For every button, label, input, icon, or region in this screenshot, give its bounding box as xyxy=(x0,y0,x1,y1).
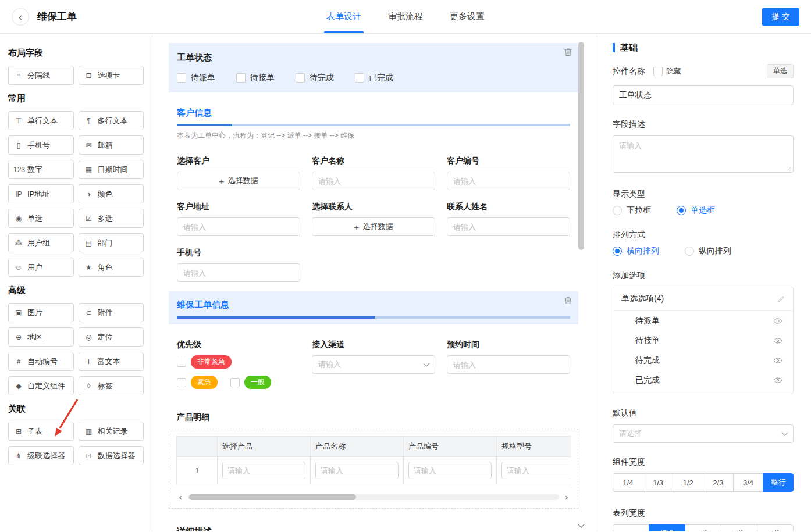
detail-desc-field[interactable]: 详细描述 xyxy=(177,526,570,531)
palette-item[interactable]: ⊡ 数据选择器 xyxy=(79,446,144,465)
option-row[interactable]: 已完成 xyxy=(613,370,793,390)
contact-name-input[interactable] xyxy=(447,217,570,236)
palette-item[interactable]: ¶ 多行文本 xyxy=(79,111,144,130)
cell-input[interactable] xyxy=(222,462,305,479)
palette-item[interactable]: ☺ 用户 xyxy=(8,258,74,277)
palette-item[interactable]: ⊂ 附件 xyxy=(79,303,144,322)
column-width-option-button[interactable]: 4倍 xyxy=(757,524,794,531)
channel-field[interactable]: 接入渠道 请输入 xyxy=(312,340,435,396)
palette-item[interactable]: ⁂ 用户组 xyxy=(8,233,74,252)
priority-field[interactable]: 优先级 非常紧急 紧急 xyxy=(177,340,300,396)
priority-checkbox-option[interactable]: 一般 xyxy=(230,376,271,389)
checkbox[interactable] xyxy=(177,378,186,387)
palette-item[interactable]: ≡ 分隔线 xyxy=(8,66,74,85)
status-checkbox-option[interactable]: 待完成 xyxy=(296,73,334,83)
width-option-button[interactable]: 1/2 xyxy=(673,473,703,492)
product-subform-field[interactable]: 产品明细 选择产品 产品名称 产品编号 xyxy=(177,412,570,509)
eye-icon[interactable] xyxy=(773,358,782,363)
select-customer-field[interactable]: 选择客户 + 选择数据 xyxy=(177,156,300,190)
select-data-button[interactable]: + 选择数据 xyxy=(312,217,435,236)
hide-checkbox-option[interactable]: 隐藏 xyxy=(653,66,681,77)
contact-name-field[interactable]: 联系人姓名 xyxy=(447,202,570,236)
palette-item[interactable]: ▤ 部门 xyxy=(79,233,144,252)
field-desc-textarea[interactable] xyxy=(613,135,794,173)
vertical-scrollbar[interactable] xyxy=(578,42,584,527)
status-checkbox-option[interactable]: 已完成 xyxy=(355,73,393,83)
status-field-block[interactable]: 工单状态 待派单 待接单 xyxy=(169,43,578,92)
submit-button[interactable]: 提 交 xyxy=(762,8,799,26)
scroll-right-icon[interactable]: › xyxy=(563,492,571,501)
checkbox[interactable] xyxy=(355,73,364,83)
edit-icon[interactable] xyxy=(777,295,785,303)
option-row[interactable]: 待接单 xyxy=(613,331,793,351)
header-tab[interactable]: 表单设计 xyxy=(326,0,361,33)
palette-item[interactable]: ★ 角色 xyxy=(79,258,144,277)
cell-input[interactable] xyxy=(408,462,492,479)
palette-item[interactable]: ⊞ 子表 xyxy=(8,422,74,441)
palette-item[interactable]: ◊ 标签 xyxy=(79,376,144,395)
width-option-button[interactable]: 整行 xyxy=(763,473,794,492)
customer-no-field[interactable]: 客户编号 xyxy=(447,156,570,190)
palette-item[interactable]: ◑ 颜色 xyxy=(79,184,144,203)
checkbox[interactable] xyxy=(236,73,246,83)
palette-item[interactable]: ◎ 定位 xyxy=(79,327,144,347)
palette-item[interactable]: ▯ 手机号 xyxy=(8,135,74,155)
radio[interactable] xyxy=(685,247,694,256)
column-width-option-button[interactable]: 1/2 xyxy=(613,524,649,531)
checkbox[interactable] xyxy=(177,358,186,367)
palette-item[interactable]: ▥ 相关记录 xyxy=(79,422,144,441)
priority-checkbox-option[interactable]: 非常紧急 xyxy=(177,355,232,369)
palette-item[interactable]: ⊟ 选项卡 xyxy=(79,66,144,85)
radio[interactable] xyxy=(677,206,686,215)
appointment-field[interactable]: 预约时间 xyxy=(447,340,570,396)
scroll-down-icon[interactable] xyxy=(578,521,584,527)
status-checkbox-option[interactable]: 待派单 xyxy=(177,73,215,83)
radio[interactable] xyxy=(613,247,622,256)
customer-info-divider[interactable]: 客户信息 本表为工单中心，流程为：登记 --> 派单 --> 接单 --> 维保 xyxy=(177,108,570,141)
select-contact-field[interactable]: 选择联系人 + 选择数据 xyxy=(312,202,435,236)
option-row[interactable]: 待完成 xyxy=(613,351,793,370)
palette-item[interactable]: ⊤ 单行文本 xyxy=(8,111,74,130)
palette-item[interactable]: 123 数字 xyxy=(8,160,74,179)
delete-icon[interactable] xyxy=(564,48,572,56)
cell-input[interactable] xyxy=(315,462,399,479)
customer-name-field[interactable]: 客户名称 xyxy=(312,156,435,190)
status-checkbox-option[interactable]: 待接单 xyxy=(236,73,275,83)
appointment-input[interactable] xyxy=(447,355,570,374)
phone-input[interactable] xyxy=(177,263,300,282)
scroll-left-icon[interactable]: ‹ xyxy=(176,492,184,501)
checkbox[interactable] xyxy=(296,73,305,83)
width-option-button[interactable]: 1/3 xyxy=(643,473,674,492)
customer-name-input[interactable] xyxy=(312,172,435,190)
palette-item[interactable]: T 富文本 xyxy=(79,352,144,371)
display-type-radio-option[interactable]: 下拉框 xyxy=(613,205,651,216)
channel-select[interactable]: 请输入 xyxy=(312,355,435,374)
scrollbar-thumb[interactable] xyxy=(189,494,356,500)
display-type-radio-option[interactable]: 单选框 xyxy=(677,205,715,216)
palette-item[interactable]: ◉ 单选 xyxy=(8,209,74,228)
arrangement-radio-option[interactable]: 纵向排列 xyxy=(685,246,731,256)
palette-item[interactable]: # 自动编号 xyxy=(8,352,74,371)
cell-input[interactable] xyxy=(501,462,571,479)
palette-item[interactable]: IP IP地址 xyxy=(8,184,74,203)
resize-handle-icon[interactable] xyxy=(786,165,792,171)
palette-item[interactable]: ⋔ 级联选择器 xyxy=(8,446,74,465)
eye-icon[interactable] xyxy=(773,338,782,344)
arrangement-radio-option[interactable]: 横向排列 xyxy=(613,246,659,256)
customer-addr-input[interactable] xyxy=(177,217,300,236)
scrollbar-thumb[interactable] xyxy=(578,42,584,250)
palette-item[interactable]: ⊕ 地区 xyxy=(8,327,74,347)
palette-item[interactable]: ▦ 日期时间 xyxy=(79,160,144,179)
header-tab[interactable]: 审批流程 xyxy=(388,0,423,33)
option-row[interactable]: 待派单 xyxy=(613,311,793,331)
scrollbar-track[interactable] xyxy=(188,494,559,500)
column-width-option-button[interactable]: 2倍 xyxy=(685,524,721,531)
palette-item[interactable]: ◆ 自定义组件 xyxy=(8,376,74,395)
width-option-button[interactable]: 1/4 xyxy=(613,473,643,492)
eye-icon[interactable] xyxy=(773,318,782,324)
width-option-button[interactable]: 2/3 xyxy=(703,473,734,492)
checkbox[interactable] xyxy=(653,67,663,76)
eye-icon[interactable] xyxy=(773,377,782,383)
phone-field[interactable]: 手机号 xyxy=(177,248,300,282)
width-option-button[interactable]: 3/4 xyxy=(733,473,764,492)
